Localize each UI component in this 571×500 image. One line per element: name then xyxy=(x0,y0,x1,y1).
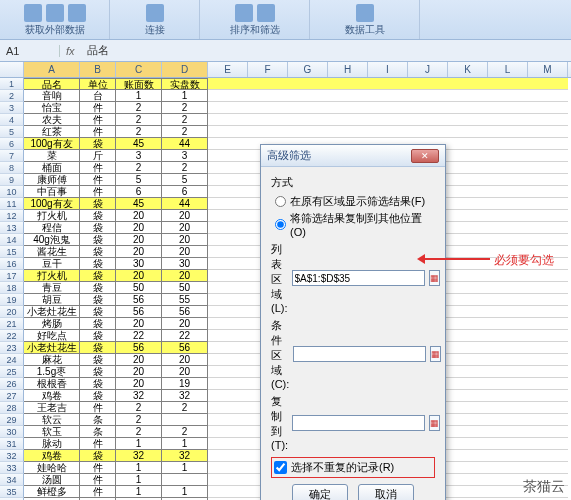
row-header[interactable]: 9 xyxy=(0,174,24,186)
row-header[interactable]: 2 xyxy=(0,90,24,102)
cell[interactable]: 20 xyxy=(116,234,162,246)
cell[interactable]: 1 xyxy=(162,438,208,450)
row-header[interactable]: 10 xyxy=(0,186,24,198)
row-header[interactable]: 15 xyxy=(0,246,24,258)
cell[interactable]: 打火机 xyxy=(24,210,80,222)
cell[interactable]: 40g泡鬼 xyxy=(24,234,80,246)
cell[interactable]: 20 xyxy=(116,318,162,330)
cell[interactable]: 5 xyxy=(162,174,208,186)
cell[interactable]: 袋 xyxy=(80,390,116,402)
cell[interactable]: 胡豆 xyxy=(24,294,80,306)
cell[interactable]: 2 xyxy=(162,162,208,174)
cell[interactable]: 2 xyxy=(116,114,162,126)
cell[interactable]: 2 xyxy=(116,402,162,414)
row-header[interactable]: 13 xyxy=(0,222,24,234)
cell[interactable]: 5 xyxy=(116,174,162,186)
cell[interactable]: 袋 xyxy=(80,246,116,258)
radio-copy-to[interactable]: 将筛选结果复制到其他位置(O) xyxy=(275,211,435,238)
col-header-K[interactable]: K xyxy=(448,62,488,77)
cell[interactable]: 桶面 xyxy=(24,162,80,174)
cell[interactable]: 康师傅 xyxy=(24,174,80,186)
cell[interactable]: 件 xyxy=(80,186,116,198)
cell[interactable]: 好吃点 xyxy=(24,330,80,342)
col-header-H[interactable]: H xyxy=(328,62,368,77)
ok-button[interactable]: 确定 xyxy=(292,484,348,500)
cell[interactable] xyxy=(162,474,208,486)
cell[interactable]: 件 xyxy=(80,402,116,414)
col-header-E[interactable]: E xyxy=(208,62,248,77)
cell[interactable]: 20 xyxy=(162,246,208,258)
col-header-M[interactable]: M xyxy=(528,62,568,77)
cell[interactable]: 鸡卷 xyxy=(24,390,80,402)
cell[interactable]: 45 xyxy=(116,198,162,210)
cell[interactable]: 3 xyxy=(116,150,162,162)
cell[interactable]: 红茶 xyxy=(24,126,80,138)
cell[interactable]: 2 xyxy=(116,414,162,426)
row-header[interactable]: 30 xyxy=(0,426,24,438)
cell[interactable]: 账面数 xyxy=(116,78,162,90)
table-row[interactable]: 3怡宝件22 xyxy=(0,102,571,114)
cell[interactable]: 件 xyxy=(80,102,116,114)
row-header[interactable]: 20 xyxy=(0,306,24,318)
cell[interactable]: 袋 xyxy=(80,282,116,294)
cell[interactable]: 1 xyxy=(116,90,162,102)
cell[interactable]: 56 xyxy=(162,342,208,354)
row-header[interactable]: 3 xyxy=(0,102,24,114)
cell[interactable]: 45 xyxy=(116,138,162,150)
row-header[interactable]: 5 xyxy=(0,126,24,138)
row-header[interactable]: 6 xyxy=(0,138,24,150)
cell[interactable]: 根根香 xyxy=(24,378,80,390)
cell[interactable]: 55 xyxy=(162,294,208,306)
row-header[interactable]: 21 xyxy=(0,318,24,330)
col-header-I[interactable]: I xyxy=(368,62,408,77)
cell[interactable]: 1 xyxy=(116,462,162,474)
cell[interactable]: 20 xyxy=(116,366,162,378)
cell[interactable]: 件 xyxy=(80,126,116,138)
cell[interactable]: 袋 xyxy=(80,138,116,150)
cell[interactable]: 酱花生 xyxy=(24,246,80,258)
unique-records-checkbox-row[interactable]: 选择不重复的记录(R) xyxy=(271,457,435,478)
cell[interactable]: 2 xyxy=(162,126,208,138)
cell[interactable]: 2 xyxy=(162,102,208,114)
cell[interactable]: 脉动 xyxy=(24,438,80,450)
cell[interactable]: 软玉 xyxy=(24,426,80,438)
cell[interactable]: 小老灶花生 xyxy=(24,306,80,318)
cell[interactable]: 20 xyxy=(162,318,208,330)
cell[interactable]: 100g有友 xyxy=(24,198,80,210)
row-header[interactable]: 19 xyxy=(0,294,24,306)
cell[interactable]: 王老吉 xyxy=(24,402,80,414)
cell[interactable]: 条 xyxy=(80,426,116,438)
range-picker-icon[interactable]: ▦ xyxy=(429,415,440,431)
cell[interactable]: 56 xyxy=(116,294,162,306)
cell[interactable]: 件 xyxy=(80,174,116,186)
cell[interactable]: 30 xyxy=(162,258,208,270)
radio-input[interactable] xyxy=(275,196,286,207)
cell[interactable]: 袋 xyxy=(80,318,116,330)
formula-input[interactable]: 品名 xyxy=(81,43,571,58)
cell[interactable]: 20 xyxy=(116,210,162,222)
cell[interactable]: 20 xyxy=(116,246,162,258)
cell[interactable]: 56 xyxy=(162,306,208,318)
cell[interactable]: 农夫 xyxy=(24,114,80,126)
row-header[interactable]: 11 xyxy=(0,198,24,210)
cancel-button[interactable]: 取消 xyxy=(358,484,414,500)
cell[interactable]: 50 xyxy=(116,282,162,294)
cell[interactable]: 1 xyxy=(162,90,208,102)
cell[interactable]: 打火机 xyxy=(24,270,80,282)
cell[interactable]: 20 xyxy=(116,222,162,234)
name-box[interactable]: A1 xyxy=(0,45,60,57)
cell[interactable]: 怡宝 xyxy=(24,102,80,114)
cell[interactable]: 单位 xyxy=(80,78,116,90)
row-header[interactable]: 18 xyxy=(0,282,24,294)
row-header[interactable]: 29 xyxy=(0,414,24,426)
cell[interactable]: 程信 xyxy=(24,222,80,234)
table-row[interactable]: 5红茶件22 xyxy=(0,126,571,138)
criteria-range-input[interactable] xyxy=(293,346,426,362)
cell[interactable]: 1 xyxy=(116,474,162,486)
row-header[interactable]: 22 xyxy=(0,330,24,342)
cell[interactable]: 22 xyxy=(116,330,162,342)
row-header[interactable]: 27 xyxy=(0,390,24,402)
ribbon-group-sort-filter[interactable]: 排序和筛选 xyxy=(200,0,310,39)
cell[interactable]: 56 xyxy=(116,306,162,318)
row-header[interactable]: 8 xyxy=(0,162,24,174)
